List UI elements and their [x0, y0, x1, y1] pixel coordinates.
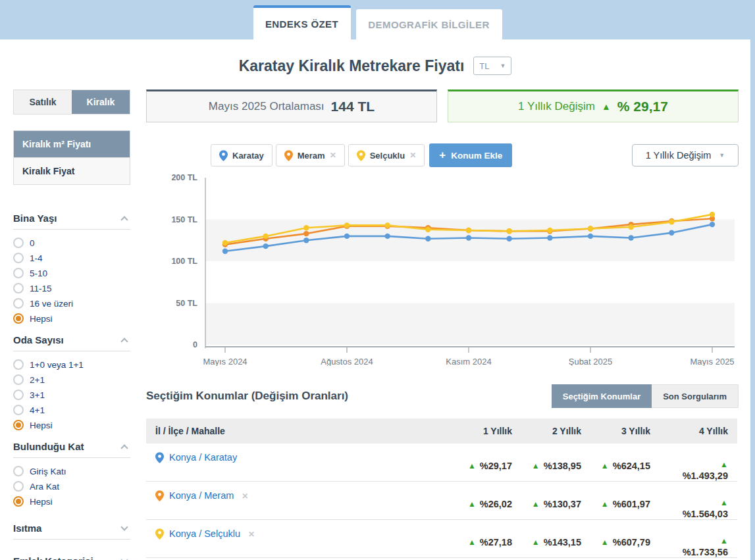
- filter-title: Bulunduğu Kat: [13, 441, 84, 452]
- toggle-satilik[interactable]: Satılık: [14, 90, 72, 114]
- location-link[interactable]: Konya / Selçuklu: [169, 528, 240, 539]
- menu-kiralik-m2-fiyati[interactable]: Kiralık m² Fiyatı: [14, 131, 130, 157]
- chart-point-karatay[interactable]: [222, 249, 228, 254]
- radio-button[interactable]: [13, 253, 24, 263]
- toggle-kiralik[interactable]: Kiralık: [72, 90, 130, 114]
- chart-point-meram[interactable]: [303, 231, 309, 236]
- view-recent-queries-button[interactable]: Son Sorgularım: [652, 384, 739, 408]
- filter-option-ara-kat[interactable]: Ara Kat: [13, 481, 130, 492]
- remove-location-icon[interactable]: ✕: [248, 530, 255, 539]
- filter-option-hepsi[interactable]: Hepsi: [13, 496, 130, 507]
- period-select[interactable]: 1 Yıllık Değişim ▼: [632, 144, 739, 166]
- chart-point-selcuklu[interactable]: [588, 226, 593, 231]
- change-value: %1.733,56: [683, 547, 728, 557]
- radio-button[interactable]: [13, 298, 24, 309]
- filter-header-bina-yasi[interactable]: Bina Yaşı: [13, 210, 130, 229]
- chart-point-karatay[interactable]: [303, 238, 309, 243]
- chart-point-selcuklu[interactable]: [710, 212, 715, 217]
- radio-button[interactable]: [13, 238, 24, 248]
- filter-title: Oda Sayısı: [13, 334, 64, 345]
- location-chip-selcuklu[interactable]: Selçuklu✕: [348, 144, 425, 166]
- view-selected-locations-button[interactable]: Seçtiğim Konumlar: [552, 384, 652, 408]
- location-chip-meram[interactable]: Meram✕: [276, 144, 345, 166]
- currency-select[interactable]: TL ▼: [473, 57, 511, 75]
- change-cell: ▲%138,95: [512, 444, 581, 481]
- chart-x-tick-label: Ağustos 2024: [321, 357, 373, 366]
- chart-point-selcuklu[interactable]: [466, 228, 471, 233]
- filter-option-2-1[interactable]: 2+1: [13, 374, 130, 385]
- filter-option-3-1[interactable]: 3+1: [13, 390, 130, 400]
- location-chip-karatay[interactable]: Karatay: [211, 144, 273, 166]
- change-value: %138,95: [544, 461, 581, 471]
- radio-button[interactable]: [13, 374, 24, 385]
- location-link[interactable]: Konya / Meram: [169, 490, 234, 501]
- change-cell: ▲%1.733,56: [650, 520, 728, 557]
- chart-point-selcuklu[interactable]: [506, 228, 511, 234]
- filter-header-isitma[interactable]: Isıtma: [13, 520, 130, 539]
- remove-location-icon[interactable]: ✕: [409, 151, 416, 160]
- filter-option-16-ve-uzeri[interactable]: 16 ve üzeri: [13, 298, 130, 309]
- chart-y-tick-label: 150 TL: [171, 215, 197, 224]
- change-value: %1.493,29: [683, 471, 728, 481]
- radio-button[interactable]: [13, 405, 24, 415]
- chart-point-karatay[interactable]: [425, 236, 430, 242]
- filter-divider: [13, 457, 130, 458]
- chart-point-selcuklu[interactable]: [425, 227, 430, 232]
- radio-button[interactable]: [13, 268, 24, 278]
- radio-button[interactable]: [13, 359, 24, 370]
- filter-option-11-15[interactable]: 11-15: [13, 283, 130, 293]
- filter-option-5-10[interactable]: 5-10: [13, 268, 130, 278]
- radio-button[interactable]: [13, 481, 24, 492]
- location-link[interactable]: Konya / Karatay: [169, 452, 237, 463]
- radio-button[interactable]: [13, 390, 24, 400]
- filter-option-label: Giriş Katı: [30, 467, 66, 476]
- chart-point-karatay[interactable]: [506, 236, 511, 242]
- chart-x-tick-label: Kasım 2024: [446, 357, 491, 366]
- chart-point-selcuklu[interactable]: [628, 224, 633, 230]
- add-location-button[interactable]: + Konum Ekle: [429, 143, 512, 167]
- filter-option-1-4[interactable]: 1-4: [13, 253, 130, 263]
- chart-point-selcuklu[interactable]: [384, 222, 390, 228]
- change-value: %130,37: [544, 499, 581, 509]
- filter-option-1-0-veya-1-1[interactable]: 1+0 veya 1+1: [13, 359, 130, 370]
- filter-option-giris-kati[interactable]: Giriş Katı: [13, 466, 130, 476]
- remove-location-icon[interactable]: ✕: [330, 151, 336, 160]
- filter-header-emlak-kategorisi[interactable]: Emlak Kategorisi: [13, 553, 130, 560]
- chart-point-selcuklu[interactable]: [263, 234, 268, 239]
- chevron-up-icon: [120, 444, 128, 451]
- chart-point-karatay[interactable]: [466, 235, 471, 240]
- chart-point-selcuklu[interactable]: [303, 225, 309, 230]
- chart-point-selcuklu[interactable]: [669, 219, 674, 224]
- filter-option-hepsi[interactable]: Hepsi: [13, 313, 130, 324]
- filter-option-0[interactable]: 0: [13, 238, 130, 248]
- chart-point-karatay[interactable]: [628, 235, 633, 240]
- chart-point-karatay[interactable]: [344, 234, 350, 239]
- filter-option-4-1[interactable]: 4+1: [13, 405, 130, 415]
- tab-demografik-bilgiler[interactable]: DEMOGRAFİK BİLGİLER: [356, 9, 502, 39]
- chart-point-selcuklu[interactable]: [547, 228, 552, 233]
- filter-header-bulundugu-kat[interactable]: Bulunduğu Kat: [13, 438, 130, 457]
- chart-point-karatay[interactable]: [710, 222, 715, 227]
- radio-button[interactable]: [13, 420, 24, 430]
- tab-endeks-ozet[interactable]: ENDEKS ÖZET: [253, 5, 351, 39]
- filter-option-hepsi[interactable]: Hepsi: [13, 420, 130, 430]
- chart-point-selcuklu[interactable]: [222, 240, 228, 245]
- radio-button[interactable]: [13, 466, 24, 476]
- remove-location-icon[interactable]: ✕: [242, 492, 248, 501]
- filter-header-oda-sayisi[interactable]: Oda Sayısı: [13, 332, 130, 351]
- up-triangle-icon: ▲: [720, 459, 728, 471]
- radio-button[interactable]: [13, 283, 24, 293]
- radio-button[interactable]: [13, 496, 24, 507]
- chart-point-selcuklu[interactable]: [344, 222, 350, 228]
- currency-select-value: TL: [479, 61, 489, 71]
- chart-point-karatay[interactable]: [669, 230, 674, 236]
- change-cell: ▲%1.493,29: [650, 444, 728, 481]
- chart-point-karatay[interactable]: [384, 234, 390, 239]
- chart-point-karatay[interactable]: [547, 235, 552, 240]
- location-cell: Konya / Karatay: [155, 444, 443, 481]
- chart-point-karatay[interactable]: [588, 234, 593, 239]
- menu-kiralik-fiyat[interactable]: Kiralık Fiyat: [14, 157, 130, 184]
- chart-point-karatay[interactable]: [263, 243, 268, 249]
- radio-button[interactable]: [13, 313, 24, 324]
- map-pin-icon: [155, 490, 164, 501]
